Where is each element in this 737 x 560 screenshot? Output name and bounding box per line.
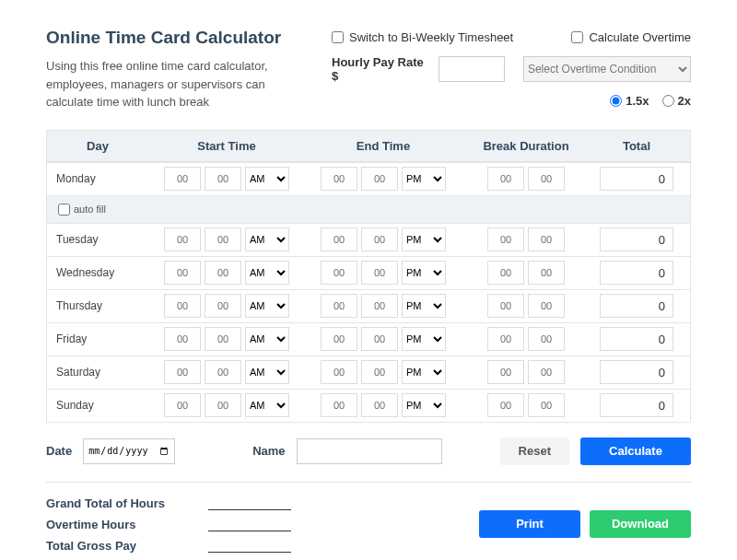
break-minute-input[interactable] <box>528 261 565 285</box>
switch-biweekly-checkbox[interactable] <box>332 31 344 43</box>
day-cell: Tuesday <box>47 233 148 246</box>
row-total: 0 <box>600 261 673 285</box>
break-hour-input[interactable] <box>487 294 524 318</box>
end-minute-input[interactable] <box>361 360 398 384</box>
row-total: 0 <box>600 360 673 384</box>
radio-2x[interactable] <box>662 95 674 107</box>
end-ampm-select[interactable]: PM <box>402 360 446 384</box>
start-minute-input[interactable] <box>205 261 241 285</box>
radio-15x-label[interactable]: 1.5x <box>610 94 649 108</box>
end-minute-input[interactable] <box>361 294 398 318</box>
break-hour-input[interactable] <box>487 360 524 384</box>
table-row: Friday AM PM 0 <box>47 322 690 356</box>
start-ampm-select[interactable]: AM <box>245 327 289 351</box>
radio-2x-label[interactable]: 2x <box>662 94 691 108</box>
break-minute-input[interactable] <box>528 393 565 417</box>
end-minute-input[interactable] <box>361 327 398 351</box>
calc-overtime-checkbox[interactable] <box>571 31 583 43</box>
name-label: Name <box>252 444 285 458</box>
break-minute-input[interactable] <box>528 294 565 318</box>
break-minute-input[interactable] <box>528 327 565 351</box>
download-button[interactable]: Download <box>590 510 691 538</box>
start-ampm-select[interactable]: AM <box>245 360 289 384</box>
col-day: Day <box>47 139 148 153</box>
start-ampm-select[interactable]: AM <box>245 261 289 285</box>
end-hour-input[interactable] <box>321 294 357 318</box>
end-ampm-select[interactable]: PM <box>402 261 446 285</box>
start-minute-input[interactable] <box>205 294 241 318</box>
day-cell: Thursday <box>47 299 148 312</box>
overtime-hours-value <box>208 517 291 531</box>
break-hour-input[interactable] <box>487 167 524 191</box>
end-hour-input[interactable] <box>321 167 357 191</box>
overtime-condition-select[interactable]: Select Overtime Condition <box>523 56 691 82</box>
name-input[interactable] <box>297 438 442 464</box>
start-hour-input[interactable] <box>164 393 201 417</box>
hourly-pay-input[interactable] <box>439 56 505 82</box>
start-hour-input[interactable] <box>164 167 201 191</box>
start-ampm-select[interactable]: AM <box>245 393 289 417</box>
start-minute-input[interactable] <box>205 167 241 191</box>
end-hour-input[interactable] <box>321 327 357 351</box>
overtime-hours-label: Overtime Hours <box>46 518 193 531</box>
end-hour-input[interactable] <box>321 228 357 251</box>
end-hour-input[interactable] <box>321 261 357 285</box>
end-ampm-select[interactable]: PM <box>402 228 446 251</box>
start-ampm-select[interactable]: AM <box>245 167 289 191</box>
start-ampm-select[interactable]: AM <box>245 294 289 318</box>
end-ampm-select[interactable]: PM <box>402 393 446 417</box>
end-hour-input[interactable] <box>321 360 357 384</box>
end-minute-input[interactable] <box>361 167 398 191</box>
radio-15x[interactable] <box>610 95 622 107</box>
day-cell: Wednesday <box>47 266 148 279</box>
start-hour-input[interactable] <box>164 360 201 384</box>
break-hour-input[interactable] <box>487 261 524 285</box>
radio-15x-text: 1.5x <box>626 94 649 108</box>
break-minute-input[interactable] <box>528 228 565 251</box>
timesheet-table: Day Start Time End Time Break Duration T… <box>46 130 691 423</box>
switch-biweekly-text: Switch to Bi-Weekly Timesheet <box>349 30 513 44</box>
start-ampm-select[interactable]: AM <box>245 228 289 251</box>
table-row: Wednesday AM PM 0 <box>47 256 690 289</box>
end-ampm-select[interactable]: PM <box>402 167 446 191</box>
autofill-checkbox[interactable] <box>58 204 70 216</box>
autofill-text: auto fill <box>74 204 106 215</box>
end-minute-input[interactable] <box>361 261 398 285</box>
start-hour-input[interactable] <box>164 294 201 318</box>
end-ampm-select[interactable]: PM <box>402 294 446 318</box>
day-cell: Friday <box>47 332 148 345</box>
break-hour-input[interactable] <box>487 228 524 251</box>
start-hour-input[interactable] <box>164 261 201 285</box>
end-hour-input[interactable] <box>321 393 357 417</box>
gross-pay-label: Total Gross Pay <box>46 539 193 553</box>
grand-total-label: Grand Total of Hours <box>46 496 193 510</box>
grand-total-value <box>208 496 291 510</box>
end-minute-input[interactable] <box>361 393 398 417</box>
break-hour-input[interactable] <box>487 327 524 351</box>
calculate-button[interactable]: Calculate <box>580 438 691 465</box>
start-minute-input[interactable] <box>205 327 241 351</box>
autofill-label[interactable]: auto fill <box>58 204 106 216</box>
row-total: 0 <box>600 228 673 251</box>
break-minute-input[interactable] <box>528 360 565 384</box>
start-hour-input[interactable] <box>164 327 201 351</box>
break-minute-input[interactable] <box>528 167 565 191</box>
start-minute-input[interactable] <box>205 228 241 251</box>
switch-biweekly-label[interactable]: Switch to Bi-Weekly Timesheet <box>332 30 513 44</box>
end-minute-input[interactable] <box>361 228 398 251</box>
end-ampm-select[interactable]: PM <box>402 327 446 351</box>
col-break: Break Duration <box>462 139 591 153</box>
start-hour-input[interactable] <box>164 228 201 251</box>
print-button[interactable]: Print <box>479 510 580 538</box>
break-hour-input[interactable] <box>487 393 524 417</box>
start-minute-input[interactable] <box>205 360 241 384</box>
date-input[interactable] <box>83 438 175 464</box>
table-row: Thursday AM PM 0 <box>47 289 690 322</box>
start-minute-input[interactable] <box>205 393 241 417</box>
page-title: Online Time Card Calculator <box>46 28 304 48</box>
calc-overtime-label[interactable]: Calculate Overtime <box>571 30 691 44</box>
reset-button[interactable]: Reset <box>500 438 569 465</box>
autofill-row: auto fill <box>47 195 690 223</box>
gross-pay-value <box>208 538 291 553</box>
day-cell: Saturday <box>47 366 148 379</box>
